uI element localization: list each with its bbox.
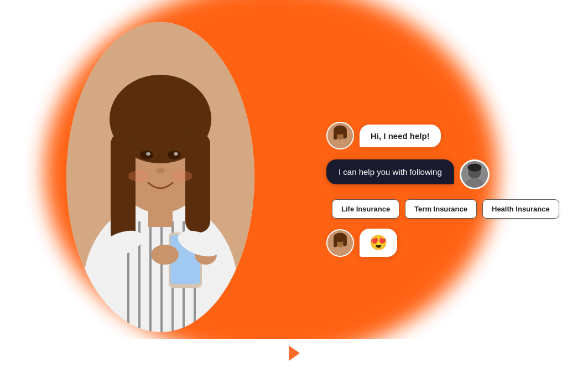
- bot-message-row: I can help you with following: [326, 159, 575, 189]
- person-image: [66, 22, 254, 332]
- svg-point-23: [151, 245, 179, 265]
- user-avatar: [326, 122, 354, 149]
- quick-replies-container: Life Insurance Term Insurance Health Ins…: [332, 199, 575, 219]
- user-avatar-emoji: [326, 229, 354, 257]
- svg-rect-42: [344, 237, 347, 246]
- svg-point-14: [140, 151, 153, 159]
- bot-avatar: [460, 159, 490, 189]
- emoji-reaction: 😍: [370, 234, 387, 251]
- quick-reply-health-insurance[interactable]: Health Insurance: [482, 199, 559, 219]
- bot-message-text: I can help you with following: [339, 167, 442, 177]
- svg-rect-13: [185, 133, 210, 232]
- svg-point-17: [174, 152, 178, 156]
- svg-point-20: [173, 170, 192, 182]
- svg-rect-32: [344, 131, 347, 139]
- svg-point-36: [467, 163, 481, 171]
- emoji-message-row: 😍: [326, 229, 575, 257]
- svg-rect-31: [334, 131, 337, 140]
- svg-rect-4: [149, 221, 152, 332]
- svg-rect-12: [111, 133, 136, 244]
- user-message-row: Hi, I need help!: [326, 122, 575, 149]
- quick-reply-term-insurance[interactable]: Term Insurance: [405, 199, 477, 219]
- svg-rect-5: [160, 221, 163, 332]
- svg-point-18: [156, 168, 165, 173]
- user-message-bubble: Hi, I need help!: [360, 125, 441, 147]
- svg-point-19: [128, 170, 148, 182]
- bot-message-bubble: I can help you with following: [326, 159, 454, 184]
- svg-point-16: [146, 152, 150, 156]
- emoji-bubble: 😍: [360, 229, 397, 257]
- svg-rect-41: [334, 237, 337, 247]
- chat-area: Hi, I need help! I can help you with fol…: [326, 122, 575, 257]
- play-arrow-icon[interactable]: [289, 345, 300, 361]
- svg-point-15: [168, 151, 181, 159]
- quick-reply-life-insurance[interactable]: Life Insurance: [332, 199, 399, 219]
- user-message-text: Hi, I need help!: [371, 131, 430, 141]
